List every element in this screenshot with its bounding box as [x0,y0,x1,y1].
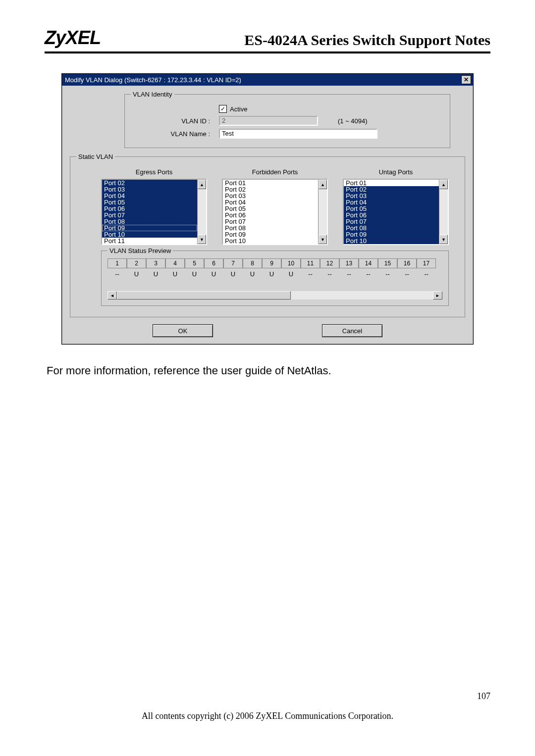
dialog-title: Modify VLAN Dialog (Switch-6267 : 172.23… [65,76,241,84]
preview-port-value: -- [301,268,320,279]
preview-port-value: U [262,268,281,279]
preview-port-header: 1 [107,258,127,268]
preview-port-value: U [127,268,146,279]
vlan-name-label: VLAN Name : [131,130,219,138]
untag-header: Untag Ports [343,168,449,176]
preview-port-value: -- [397,268,417,279]
list-item[interactable]: Port 10 [223,238,318,244]
preview-port-header: 2 [127,258,146,268]
body-paragraph: For more information, reference the user… [47,364,490,377]
copyright: All contents copyright (c) 2006 ZyXEL Co… [0,711,535,721]
preview-port-value: U [281,268,301,279]
vlan-id-label: VLAN ID : [131,117,219,125]
scroll-down-icon[interactable]: ▼ [198,235,206,244]
list-item[interactable]: Port 11 [102,238,197,244]
scroll-up-icon[interactable]: ▲ [198,180,206,189]
preview-port-header: 11 [301,258,320,268]
page-number: 107 [477,691,490,702]
ok-button[interactable]: OK [153,324,213,337]
preview-port-value: U [146,268,165,279]
forbidden-header: Forbidden Ports [222,168,328,176]
vlan-identity-group: VLAN Identity ✓ Active VLAN ID : 2 (1 ~ … [124,91,450,148]
preview-port-value: U [223,268,243,279]
preview-port-value: U [243,268,262,279]
preview-port-value: -- [417,268,436,279]
static-vlan-legend: Static VLAN [76,153,115,160]
preview-port-header: 8 [243,258,262,268]
preview-port-value: U [185,268,204,279]
preview-port-header: 4 [165,258,185,268]
preview-port-header: 7 [223,258,243,268]
preview-port-value: -- [378,268,397,279]
logo: ZyXEL [45,27,101,49]
preview-port-header: 16 [397,258,417,268]
vlan-dialog: Modify VLAN Dialog (Switch-6267 : 172.23… [61,73,474,345]
close-icon[interactable]: ✕ [461,75,471,84]
vlan-id-input: 2 [219,116,318,126]
preview-port-header: 5 [185,258,204,268]
scroll-up-icon[interactable]: ▲ [439,180,448,189]
forbidden-listbox[interactable]: Port 01Port 02Port 03Port 04Port 05Port … [222,179,328,245]
document-title: ES-4024A Series Switch Support Notes [244,32,490,49]
scroll-right-icon[interactable]: ► [433,291,442,300]
preview-port-value: -- [339,268,359,279]
scroll-down-icon[interactable]: ▼ [439,235,448,244]
preview-value-row: --UUUUUUUUU-------------- [107,268,442,279]
scroll-up-icon[interactable]: ▲ [319,180,327,189]
list-item[interactable]: Port 10 [344,238,439,244]
horizontal-scrollbar[interactable]: ◄ ► [107,291,442,300]
dialog-titlebar: Modify VLAN Dialog (Switch-6267 : 172.23… [62,74,473,86]
vlan-status-preview-legend: VLAN Status Preview [107,247,173,254]
scroll-left-icon[interactable]: ◄ [107,291,117,300]
scroll-down-icon[interactable]: ▼ [319,235,327,244]
egress-header: Egress Ports [101,168,207,176]
scrollbar-thumb[interactable] [117,291,291,300]
preview-port-header: 17 [417,258,436,268]
vlan-identity-legend: VLAN Identity [131,91,174,98]
page-header: ZyXEL ES-4024A Series Switch Support Not… [45,27,490,53]
preview-port-value: -- [359,268,378,279]
preview-header-row: 1234567891011121314151617 [107,258,442,268]
preview-port-header: 15 [378,258,397,268]
preview-port-value: U [165,268,185,279]
egress-listbox[interactable]: Port 02Port 03Port 04Port 05Port 06Port … [101,179,207,245]
preview-port-header: 13 [339,258,359,268]
preview-port-header: 3 [146,258,165,268]
preview-port-header: 6 [204,258,223,268]
preview-port-header: 10 [281,258,301,268]
active-checkbox[interactable]: ✓ [219,105,227,113]
active-label: Active [230,105,247,113]
preview-port-value: -- [107,268,127,279]
preview-port-value: U [204,268,223,279]
vlan-name-input[interactable]: Test [219,129,377,139]
vlan-id-range: (1 ~ 4094) [338,117,368,125]
preview-port-value: -- [320,268,339,279]
cancel-button[interactable]: Cancel [322,324,382,337]
vlan-status-preview-group: VLAN Status Preview 12345678910111213141… [101,247,449,306]
preview-port-header: 14 [359,258,378,268]
preview-port-header: 9 [262,258,281,268]
scrollbar[interactable]: ▲ ▼ [439,180,448,244]
preview-port-header: 12 [320,258,339,268]
scrollbar[interactable]: ▲ ▼ [197,180,206,244]
untag-listbox[interactable]: Port 01Port 02Port 03Port 04Port 05Port … [343,179,449,245]
scrollbar[interactable]: ▲ ▼ [318,180,327,244]
static-vlan-group: Static VLAN Egress Ports Port 02Port 03P… [70,153,465,317]
